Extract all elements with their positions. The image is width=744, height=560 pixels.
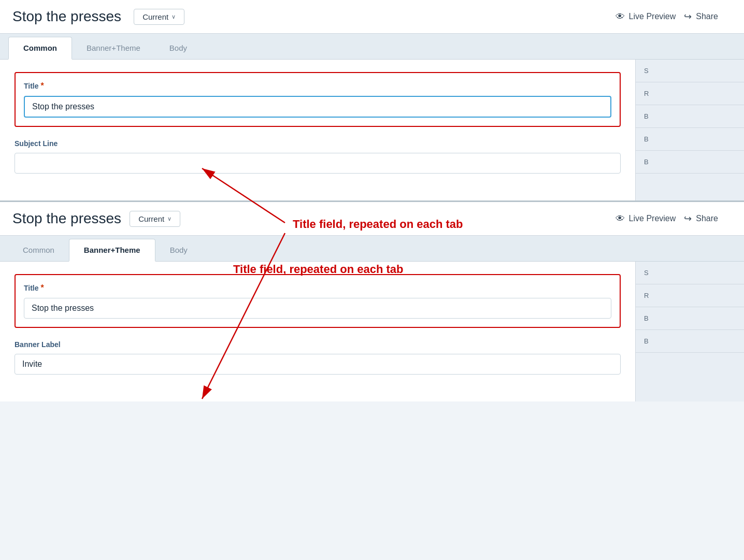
live-preview-label-1: Live Preview <box>629 12 676 21</box>
tab-banner-theme-1[interactable]: Banner+Theme <box>72 36 155 59</box>
live-preview-label-2: Live Preview <box>629 214 676 223</box>
page-title-2: Stop the presses <box>12 210 121 227</box>
subject-line-field-group-1: Subject Line <box>15 139 621 174</box>
share-button-1[interactable]: ↪ Share <box>684 11 718 22</box>
sidebar-item-s-1: S <box>636 60 744 82</box>
sidebar-item-b3-1: B <box>636 151 744 174</box>
banner-label-label: Banner Label <box>15 340 621 349</box>
panel-2: Stop the presses Current ∨ 👁 Live Previe… <box>0 200 744 401</box>
live-preview-button-1[interactable]: 👁 Live Preview <box>616 11 676 22</box>
sidebar-item-b2-2: B <box>636 330 744 353</box>
right-sidebar-1: S R B B B <box>635 60 744 200</box>
header-bar-2: Stop the presses Current ∨ 👁 Live Previe… <box>0 202 744 236</box>
live-preview-button-2[interactable]: 👁 Live Preview <box>616 213 676 224</box>
title-label-1: Title * <box>24 81 611 91</box>
header-bar-1: Stop the presses Current ∨ 👁 Live Previe… <box>0 0 744 34</box>
sidebar-item-r-1: R <box>636 82 744 105</box>
chevron-down-icon-1: ∨ <box>171 13 176 20</box>
version-dropdown-1[interactable]: Current ∨ <box>134 9 184 25</box>
title-required-star-1: * <box>41 81 44 91</box>
sidebar-item-b1-2: B <box>636 307 744 330</box>
banner-label-field-group: Banner Label <box>15 340 621 375</box>
version-dropdown-2[interactable]: Current ∨ <box>130 211 180 227</box>
chevron-down-icon-2: ∨ <box>167 216 171 222</box>
sidebar-item-b2-1: B <box>636 128 744 151</box>
tab-body-1[interactable]: Body <box>155 36 202 59</box>
tab-banner-theme-2[interactable]: Banner+Theme <box>69 239 155 262</box>
sidebar-item-r-2: R <box>636 284 744 307</box>
panel-1: Stop the presses Current ∨ 👁 Live Previe… <box>0 0 744 200</box>
title-field-group-2: Title * <box>15 274 621 328</box>
title-required-star-2: * <box>41 283 44 293</box>
eye-icon-1: 👁 <box>616 11 625 22</box>
subject-line-input-1[interactable] <box>15 153 621 174</box>
subject-line-label-1: Subject Line <box>15 139 621 148</box>
tab-body-2[interactable]: Body <box>155 238 202 261</box>
tab-bar-2: Common Banner+Theme Body <box>0 236 744 262</box>
tab-common-1[interactable]: Common <box>8 37 72 60</box>
share-label-2: Share <box>696 214 718 223</box>
share-icon-2: ↪ <box>684 213 692 224</box>
title-field-group-1: Title * <box>15 72 621 127</box>
share-label-1: Share <box>696 12 718 21</box>
right-sidebar-2: S R B B <box>635 262 744 401</box>
title-label-2: Title * <box>24 283 611 293</box>
sidebar-item-b1-1: B <box>636 105 744 128</box>
title-input-2[interactable] <box>24 298 611 319</box>
tab-common-2[interactable]: Common <box>8 238 69 261</box>
version-label-1: Current <box>142 12 168 21</box>
tab-bar-1: Common Banner+Theme Body <box>0 34 744 60</box>
eye-icon-2: 👁 <box>616 213 625 224</box>
banner-label-input[interactable] <box>15 354 621 375</box>
sidebar-item-s-2: S <box>636 262 744 284</box>
version-label-2: Current <box>138 214 164 223</box>
share-icon-1: ↪ <box>684 11 692 22</box>
title-input-1[interactable] <box>24 96 611 118</box>
share-button-2[interactable]: ↪ Share <box>684 213 718 224</box>
page-title-1: Stop the presses <box>12 8 121 25</box>
